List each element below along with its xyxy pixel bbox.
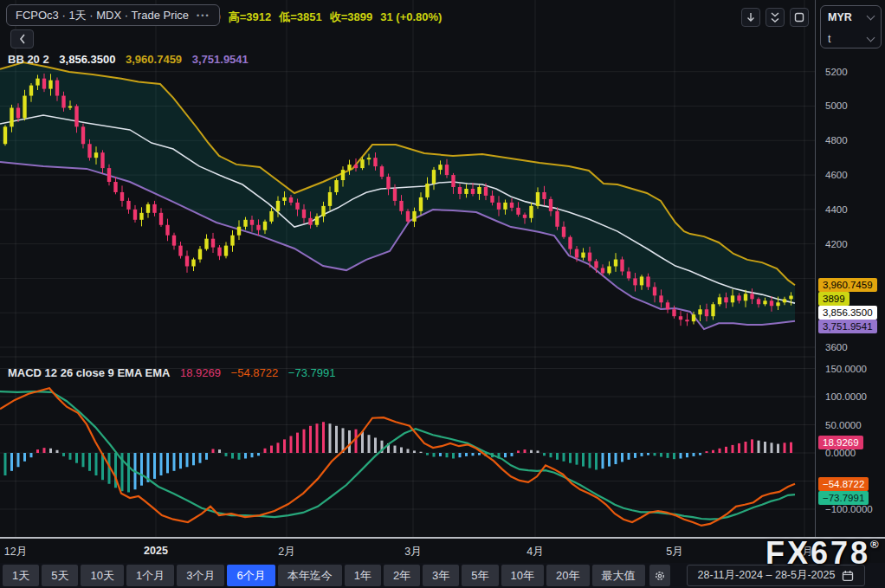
ohlc-close: 收=3899 <box>330 10 373 23</box>
ohlc-row: 870高=3912低=3851收=389931 (+0.80%) <box>202 10 449 25</box>
axis-tick: 5000 <box>825 100 848 112</box>
price-badge: 3,751.9541 <box>818 320 877 333</box>
ohlc-low: 低=3851 <box>279 10 322 23</box>
macd-label: MACD 12 26 close 9 EMA EMA <box>8 366 170 379</box>
ohlc-high: 高=3912 <box>229 10 272 23</box>
time-label: 12月 <box>4 545 27 559</box>
price-badge: 3,960.7459 <box>818 278 877 292</box>
range-button-5年[interactable]: 5年 <box>462 565 498 586</box>
maximize-pane-button[interactable] <box>790 8 809 27</box>
time-label: 2025 <box>144 545 168 557</box>
bb-fill <box>0 62 795 329</box>
axis-tick: 4600 <box>825 169 848 181</box>
time-label: 2月 <box>278 545 294 559</box>
gear-icon <box>655 570 665 582</box>
price-badge: −54.8722 <box>818 477 869 491</box>
time-label: 4月 <box>526 545 543 559</box>
timeframe-toolbar: 1天5天10天1个月3个月6个月本年迄今1年2年3年5年10年20年最大值28-… <box>0 563 885 588</box>
chart-svg[interactable] <box>0 0 815 539</box>
bb-legend[interactable]: BB 20 2 3,856.3500 3,960.7459 3,751.9541 <box>8 53 255 66</box>
settings-button[interactable] <box>649 565 670 586</box>
chevron-left-icon <box>19 34 26 44</box>
macd-hist-value: 18.9269 <box>180 366 221 379</box>
symbol-chip[interactable]: FCPOc3 · 1天 · MDX · Trade Price ••• <box>6 4 220 26</box>
range-button-本年迄今[interactable]: 本年迄今 <box>278 565 342 586</box>
range-button-10年[interactable]: 10年 <box>501 565 544 586</box>
unit-value: t <box>828 33 830 45</box>
axis-tick: 150.0000 <box>825 363 867 375</box>
range-button-20年[interactable]: 20年 <box>546 565 589 586</box>
axis-tick: 4200 <box>825 238 848 250</box>
signal-line <box>0 391 795 520</box>
more-options-icon[interactable]: ••• <box>197 11 210 20</box>
axis-tick: 3600 <box>825 341 848 353</box>
ohlc-change: 31 (+0.80%) <box>380 10 442 23</box>
axis-tick: 100.0000 <box>825 391 867 403</box>
axis-tick: 50.0000 <box>825 419 862 431</box>
macd-signal-value: −73.7991 <box>288 366 336 379</box>
macd-histogram <box>4 422 793 492</box>
time-label: 6月 <box>796 545 812 559</box>
time-label: 5月 <box>666 545 682 559</box>
range-button-1天[interactable]: 1天 <box>3 565 39 586</box>
range-button-3年[interactable]: 3年 <box>423 565 459 586</box>
symbol-title: FCPOc3 · 1天 · MDX · Trade Price <box>16 8 189 23</box>
bb-lower-value: 3,751.9541 <box>192 53 249 66</box>
unit-select[interactable]: t <box>821 28 881 49</box>
scroll-down-button[interactable] <box>741 8 760 27</box>
macd-line-value: −54.8722 <box>231 366 279 379</box>
chevron-down-icon <box>867 11 875 20</box>
bb-upper-value: 3,960.7459 <box>126 53 182 66</box>
range-button-5天[interactable]: 5天 <box>42 565 78 586</box>
collapse-pane-button[interactable] <box>765 8 785 27</box>
date-range-text: 28-11月-2024 – 28-5月-2025 <box>698 568 836 583</box>
macd-legend[interactable]: MACD 12 26 close 9 EMA EMA 18.9269 −54.8… <box>8 366 342 379</box>
date-range-picker[interactable]: 28-11月-2024 – 28-5月-2025 <box>687 565 866 586</box>
axis-tick: 4800 <box>825 134 848 146</box>
back-button[interactable] <box>10 29 34 48</box>
price-axis-column[interactable]: MYR t 5200500048004600440042003600150.00… <box>815 0 885 539</box>
arrow-down-icon <box>746 12 756 23</box>
currency-select[interactable]: MYR <box>821 6 881 28</box>
pane-buttons <box>741 8 809 27</box>
time-axis[interactable]: 12月20252月3月4月5月6月 <box>0 539 885 563</box>
range-button-6个月[interactable]: 6个月 <box>227 565 275 586</box>
range-button-1年[interactable]: 1年 <box>345 565 381 586</box>
price-badge: −73.7991 <box>818 491 869 505</box>
trading-chart-app: FCPOc3 · 1天 · MDX · Trade Price ••• 870高… <box>0 0 885 588</box>
chart-canvas[interactable]: FCPOc3 · 1天 · MDX · Trade Price ••• 870高… <box>0 0 815 539</box>
range-button-1个月[interactable]: 1个月 <box>126 565 174 586</box>
price-badge: 18.9269 <box>818 436 863 449</box>
range-button-3个月[interactable]: 3个月 <box>177 565 224 586</box>
price-badge: 3,856.3500 <box>818 306 877 320</box>
range-button-10天[interactable]: 10天 <box>81 565 123 586</box>
axis-tick: 5200 <box>825 66 848 78</box>
bb-label: BB 20 2 <box>8 53 49 66</box>
axis-tick: −100.0000 <box>825 503 873 515</box>
currency-value: MYR <box>828 11 852 23</box>
price-badge: 3899 <box>818 292 849 306</box>
range-button-最大值[interactable]: 最大值 <box>592 565 645 586</box>
pane-time-separator <box>0 537 885 539</box>
axis-tick: 4400 <box>825 204 848 216</box>
calendar-icon <box>842 570 854 582</box>
frame-icon <box>794 12 804 23</box>
chevron-down-icon <box>867 33 875 42</box>
time-label: 3月 <box>404 545 421 559</box>
bb-mid-value: 3,856.3500 <box>59 53 115 66</box>
currency-panel: MYR t <box>820 5 882 48</box>
collapse-icon <box>770 12 780 23</box>
range-button-2年[interactable]: 2年 <box>384 565 420 586</box>
